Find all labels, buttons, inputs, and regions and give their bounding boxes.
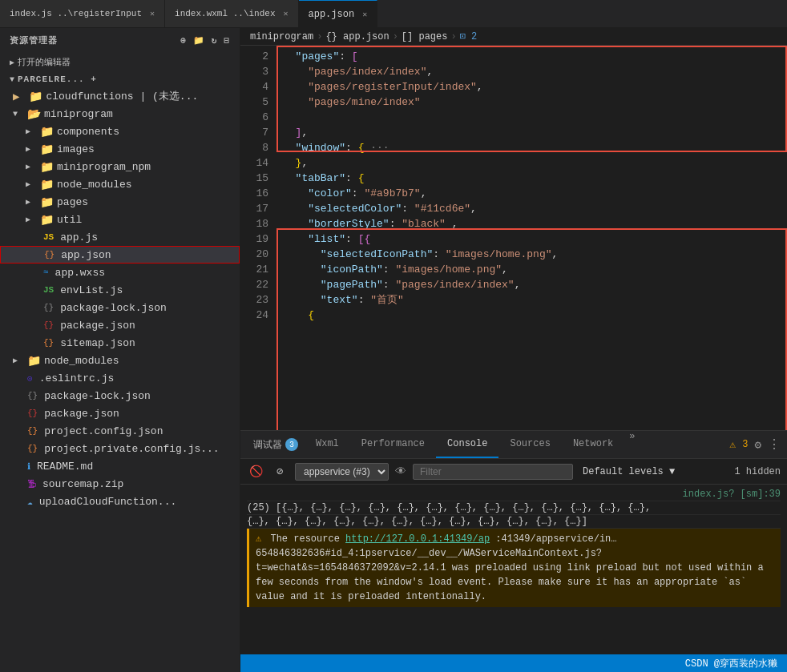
json-icon: {}: [44, 250, 54, 260]
default-levels-dropdown[interactable]: Default levels ▼: [579, 466, 678, 477]
new-folder-icon[interactable]: 📁: [193, 35, 205, 46]
debug-section-label: 调试器 3: [247, 431, 305, 458]
debug-tab-network[interactable]: Network: [562, 431, 624, 458]
sidebar-item-app-json[interactable]: {} app.json: [0, 246, 240, 264]
code-line-3: "pages/index/index" ,: [283, 64, 787, 79]
sidebar-title: 资源管理器: [10, 34, 58, 46]
code-content[interactable]: "pages" : [ "pages/index/index" , "pages…: [276, 46, 787, 430]
refresh-icon[interactable]: ↻: [212, 35, 218, 46]
sidebar-item-package-json[interactable]: {} package.json: [0, 316, 240, 334]
filter-input[interactable]: [413, 464, 573, 480]
project-label: PARCELRE... +: [18, 74, 97, 84]
console-output: index.js? [sm]:39 (25) [{…}, {…}, {…}, {…: [240, 485, 787, 654]
item-label: pages: [57, 196, 88, 208]
tab-index-wxml[interactable]: index.wxml ..\index ✕: [165, 0, 298, 27]
more-icon[interactable]: ⋮: [768, 437, 781, 453]
tab-app-json[interactable]: app.json ✕: [299, 0, 378, 27]
open-editors-section[interactable]: ▶ 打开的编辑器: [0, 53, 240, 71]
top-tabs-bar: index.js ..\registerInput ✕ index.wxml .…: [0, 0, 787, 28]
line-numbers: 2 3 4 5 6 7 8 14 15 16 17 18 19 20 21 22…: [240, 46, 276, 430]
sidebar-item-app-js[interactable]: JS app.js: [0, 228, 240, 246]
folder-icon: ▶: [26, 179, 30, 189]
close-icon[interactable]: ✕: [150, 9, 155, 18]
new-file-icon[interactable]: ⊕: [180, 35, 187, 46]
sidebar-item-node-modules-mini[interactable]: ▶ 📁 node_modules: [0, 175, 240, 193]
settings-icon[interactable]: ⚙: [755, 438, 761, 452]
code-line-2: "pages" : [: [283, 49, 787, 64]
zip-icon: 🗜: [27, 479, 36, 489]
console-text2: {…}, {…}, {…}, {…}, {…}, {…}, {…}, {…}, …: [247, 516, 587, 527]
project-section[interactable]: ▼ PARCELRE... +: [0, 71, 240, 87]
folder-icon: ▶: [26, 197, 30, 207]
css-icon: ≈: [43, 268, 49, 277]
line-source: index.js? [sm]:39: [683, 489, 781, 500]
code-line-16: "color" : "#a9b7b7" ,: [283, 186, 787, 201]
folder-icon: ▶: [26, 162, 30, 171]
tab-label: index.wxml ..\index: [175, 9, 275, 18]
main-layout: 资源管理器 ⊕ 📁 ↻ ⊟ ▶ 打开的编辑器 ▼ PARCELRE... + ▶…: [0, 28, 787, 672]
sidebar-item-pages[interactable]: ▶ 📁 pages: [0, 193, 240, 211]
sidebar-item-envlist-js[interactable]: JS envList.js: [0, 281, 240, 299]
close-icon[interactable]: ✕: [362, 10, 367, 19]
sidebar-item-eslintrc[interactable]: ⊙ .eslintrc.js: [0, 369, 240, 387]
sidebar-item-sourcemap[interactable]: 🗜 sourcemap.zip: [0, 475, 240, 493]
folder-icon: ▶: [26, 127, 30, 136]
item-label: node_modules: [57, 179, 132, 191]
code-line-15: "tabBar" : {: [283, 171, 787, 186]
sidebar-item-node-modules-root[interactable]: ▶ 📁 node_modules: [0, 352, 240, 369]
item-label: node_modules: [44, 355, 119, 367]
sidebar-item-images[interactable]: ▶ 📁 images: [0, 140, 240, 158]
sidebar-item-sitemap-json[interactable]: {} sitemap.json: [0, 334, 240, 352]
sidebar-item-package-lock[interactable]: {} package-lock.json: [0, 299, 240, 316]
collapse-icon[interactable]: ⊟: [224, 35, 230, 46]
debug-tab-sources[interactable]: Sources: [498, 431, 561, 458]
code-line-23: "text" : "首页": [283, 292, 787, 308]
code-line-19: "list" : [{: [283, 231, 787, 247]
debug-tabs-right: ⚠ 3 ⚙ ⋮: [730, 431, 787, 458]
code-line-8: "window" : { ···: [283, 140, 787, 155]
code-line-17: "selectedColor" : "#11cd6e" ,: [283, 201, 787, 216]
sidebar-item-miniprogram[interactable]: ▼ 📂 miniprogram: [0, 105, 240, 123]
item-label: images: [57, 143, 95, 155]
sidebar-item-components[interactable]: ▶ 📁 components: [0, 123, 240, 140]
item-label: components: [57, 126, 119, 138]
folder-color-icon: 📂: [27, 107, 41, 121]
sidebar-item-project-private[interactable]: {} project.private.config.js...: [0, 440, 240, 457]
debug-tab-console[interactable]: Console: [436, 431, 498, 458]
code-editor[interactable]: 2 3 4 5 6 7 8 14 15 16 17 18 19 20 21 22…: [240, 46, 787, 430]
item-label: README.md: [37, 461, 93, 473]
chevron-icon: ▶: [10, 58, 14, 67]
sidebar-item-project-config[interactable]: {} project.config.json: [0, 422, 240, 440]
csdn-label: CSDN @穿西装的水獭: [685, 657, 777, 670]
clear-console-button[interactable]: 🚫: [247, 463, 264, 481]
eye-icon[interactable]: 👁: [395, 465, 406, 478]
code-line-24: {: [283, 308, 787, 323]
more-tabs-button[interactable]: »: [624, 431, 640, 458]
debug-tab-performance[interactable]: Performance: [350, 431, 436, 458]
folder-color-icon: 📁: [40, 213, 54, 227]
sidebar-item-util[interactable]: ▶ 📁 util: [0, 211, 240, 228]
debug-tab-wxml[interactable]: Wxml: [305, 431, 350, 458]
console-output-line1: index.js? [sm]:39: [247, 488, 781, 501]
sidebar-item-miniprogram-npm[interactable]: ▶ 📁 miniprogram_npm: [0, 158, 240, 175]
status-bar: CSDN @穿西装的水獭: [240, 654, 787, 672]
code-line-20: "selectedIconPath" : "images/home.png" ,: [283, 247, 787, 262]
sidebar-item-pkg-lock-root[interactable]: {} package-lock.json: [0, 387, 240, 404]
sidebar-item-cloudfunctions[interactable]: ▶ 📁 cloudfunctions | (未选...: [0, 87, 240, 105]
pkg-json-icon2: {}: [27, 408, 38, 418]
item-label: uploadCloudFunction...: [39, 496, 177, 508]
item-label: package.json: [60, 320, 135, 332]
sidebar-item-upload-cloud[interactable]: ☁ uploadCloudFunction...: [0, 493, 240, 510]
warning-link[interactable]: http://127.0.0.1:41349/ap: [345, 533, 490, 545]
tab-label: Console: [447, 438, 487, 449]
debug-label-text: 调试器: [253, 438, 282, 452]
close-icon[interactable]: ✕: [283, 9, 288, 18]
appservice-select[interactable]: appservice (#3): [295, 463, 389, 481]
sidebar-item-pkg-root[interactable]: {} package.json: [0, 404, 240, 422]
tab-index-js[interactable]: index.js ..\registerInput ✕: [0, 0, 165, 27]
sidebar-item-readme[interactable]: ℹ README.md: [0, 457, 240, 475]
console-output-line2: (25) [{…}, {…}, {…}, {…}, {…}, {…}, {…},…: [247, 501, 781, 515]
stop-button[interactable]: ⊘: [271, 463, 289, 481]
item-label: sourcemap.zip: [42, 478, 123, 490]
sidebar-item-app-wxss[interactable]: ≈ app.wxss: [0, 264, 240, 281]
